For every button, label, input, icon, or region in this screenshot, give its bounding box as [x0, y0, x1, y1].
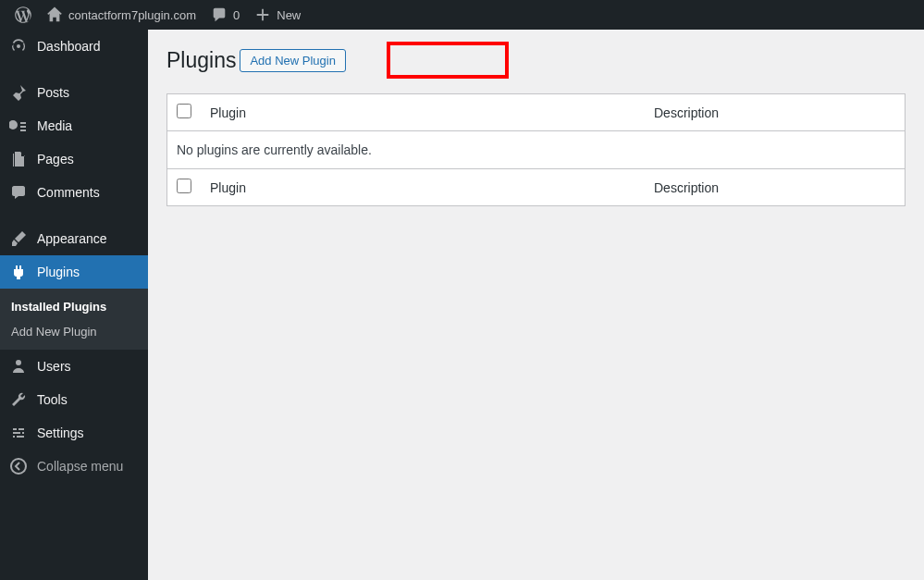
submenu-installed-plugins[interactable]: Installed Plugins: [0, 294, 148, 319]
select-all-bottom-checkbox[interactable]: [177, 179, 191, 193]
main-content: Plugins Add New Plugin Plugin Descriptio…: [148, 30, 924, 580]
brush-icon: [9, 229, 28, 248]
sidebar-item-label: Media: [37, 118, 72, 133]
column-header-description[interactable]: Description: [645, 94, 906, 131]
admin-bar: contactform7plugin.com 0 New: [0, 0, 924, 30]
annotation-highlight: [387, 42, 509, 79]
plugins-submenu: Installed Plugins Add New Plugin: [0, 289, 148, 350]
comments-icon: [211, 6, 228, 23]
sidebar-item-appearance[interactable]: Appearance: [0, 222, 148, 255]
media-icon: [9, 117, 28, 135]
sidebar-item-label: Users: [37, 359, 71, 374]
plus-icon: [254, 6, 271, 23]
new-content-label: New: [277, 8, 301, 22]
add-new-plugin-button[interactable]: Add New Plugin: [240, 49, 346, 72]
sidebar-item-pages[interactable]: Pages: [0, 142, 148, 176]
sidebar-item-media[interactable]: Media: [0, 109, 148, 142]
svg-point-0: [11, 459, 26, 474]
sidebar-item-label: Settings: [37, 426, 84, 440]
sidebar-item-comments[interactable]: Comments: [0, 176, 148, 209]
comment-icon: [9, 183, 28, 202]
site-name-text: contactform7plugin.com: [68, 8, 196, 22]
sidebar-item-settings[interactable]: Settings: [0, 416, 148, 450]
comments-link[interactable]: 0: [203, 0, 247, 30]
sidebar-item-label: Plugins: [37, 265, 80, 279]
wordpress-icon: [15, 6, 31, 23]
wrench-icon: [9, 390, 28, 409]
sidebar-item-label: Pages: [37, 152, 74, 167]
sidebar-item-tools[interactable]: Tools: [0, 383, 148, 416]
sidebar-item-plugins[interactable]: Plugins: [0, 255, 148, 289]
sidebar-item-users[interactable]: Users: [0, 350, 148, 383]
column-footer-plugin[interactable]: Plugin: [201, 169, 645, 206]
pin-icon: [9, 83, 28, 102]
submenu-add-new-plugin[interactable]: Add New Plugin: [0, 319, 148, 344]
column-footer-description[interactable]: Description: [645, 169, 906, 206]
sidebar-item-label: Tools: [37, 392, 68, 407]
column-header-plugin[interactable]: Plugin: [201, 94, 645, 131]
admin-sidebar: Dashboard Posts Media Pages Comments App…: [0, 30, 148, 580]
settings-icon: [9, 424, 28, 442]
sidebar-item-label: Collapse menu: [37, 459, 123, 474]
comments-count: 0: [233, 8, 240, 22]
empty-state-message: No plugins are currently available.: [167, 131, 906, 169]
wordpress-logo-menu[interactable]: [7, 0, 39, 30]
sidebar-collapse-menu[interactable]: Collapse menu: [0, 450, 148, 483]
select-all-top-checkbox[interactable]: [177, 104, 191, 118]
page-title: Plugins: [166, 48, 236, 73]
dashboard-icon: [9, 37, 28, 56]
sidebar-item-label: Comments: [37, 185, 100, 200]
users-icon: [9, 357, 28, 376]
plugins-table: Plugin Description No plugins are curren…: [166, 93, 906, 206]
sidebar-item-label: Dashboard: [37, 39, 101, 54]
sidebar-item-dashboard[interactable]: Dashboard: [0, 30, 148, 63]
pages-icon: [9, 150, 28, 168]
site-name-link[interactable]: contactform7plugin.com: [39, 0, 203, 30]
page-header: Plugins Add New Plugin: [166, 48, 346, 73]
home-icon: [46, 6, 63, 23]
new-content-link[interactable]: New: [247, 0, 308, 30]
plugin-icon: [9, 263, 28, 281]
sidebar-item-label: Posts: [37, 85, 69, 100]
sidebar-item-posts[interactable]: Posts: [0, 76, 148, 109]
collapse-icon: [9, 457, 28, 475]
sidebar-item-label: Appearance: [37, 231, 107, 246]
